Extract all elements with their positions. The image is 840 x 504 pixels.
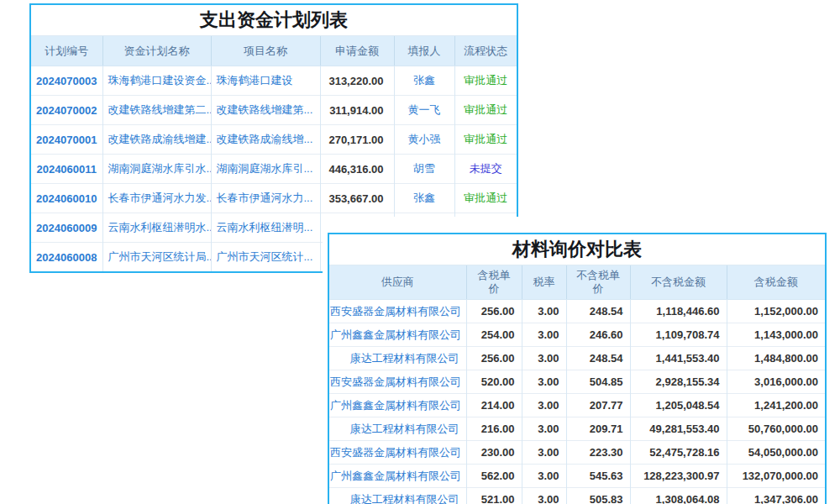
cell-amount-excl-tax: 52,475,728.16 [630,441,727,465]
cell-project-name[interactable]: 湖南洞庭湖水库引... [211,155,320,184]
cell-project-name[interactable]: 云南水利枢纽潜明... [211,213,320,243]
cell-price-incl-tax: 562.00 [466,465,522,488]
cell-supplier[interactable]: 西安盛器金属材料有限公司 [329,441,466,465]
cell-supplier[interactable]: 康达工程材料有限公司 [329,417,466,441]
table-row: 康达工程材料有限公司216.003.00209.7149,281,553.405… [329,417,825,441]
cell-plan-name[interactable]: 云南水利枢纽潜明水... [102,213,211,243]
cell-project-name[interactable]: 珠海鹤港口建设 [211,66,320,96]
cell-plan-no[interactable]: 2024060008 [31,243,102,272]
cell-price-excl-tax: 248.54 [566,300,630,323]
col-header-amount-incl-tax: 含税金额 [727,265,825,300]
cell-supplier[interactable]: 康达工程材料有限公司 [329,488,466,504]
table-row: 西安盛器金属材料有限公司230.003.00223.3052,475,728.1… [329,441,825,465]
cell-price-incl-tax: 520.00 [466,370,522,394]
cell-amount-incl-tax: 132,070,000.00 [727,465,825,488]
cell-amount: 446,316.00 [320,155,394,184]
table-row: 2024060010长春市伊通河水力发...长春市伊通河水力...353,667… [31,184,517,213]
cell-plan-name[interactable]: 改建铁路线增建第二... [102,96,211,125]
col-header-amount: 申请金额 [320,36,394,66]
cell-amount: 353,667.00 [320,184,394,213]
cell-price-excl-tax: 207.77 [566,394,630,417]
cell-supplier[interactable]: 西安盛器金属材料有限公司 [329,300,466,323]
col-header-reporter: 填报人 [394,36,454,66]
cell-price-excl-tax: 223.30 [566,441,630,465]
cell-price-excl-tax: 209.71 [566,417,630,441]
cell-reporter[interactable]: 张鑫 [394,66,454,96]
cell-tax-rate: 3.00 [522,441,566,465]
cell-plan-name[interactable]: 广州市天河区统计局... [102,243,211,272]
cell-price-excl-tax: 545.63 [566,465,630,488]
header-row: 计划编号 资金计划名称 项目名称 申请金额 填报人 流程状态 [31,36,517,66]
table-row: 广州鑫鑫金属材料有限公司562.003.00545.63128,223,300.… [329,465,825,488]
cell-status: 审批通过 [454,184,517,213]
material-quote-header: 供应商 含税单价 税率 不含税单价 不含税金额 含税金额 [329,265,825,300]
cell-status: 审批通过 [454,125,517,155]
cell-amount: 311,914.00 [320,96,394,125]
cell-project-name[interactable]: 广州市天河区统计... [211,243,320,272]
cell-price-excl-tax: 248.54 [566,347,630,370]
cell-plan-name[interactable]: 湖南洞庭湖水库引水... [102,155,211,184]
cell-plan-no[interactable]: 2024070002 [31,96,102,125]
cell-plan-name[interactable]: 长春市伊通河水力发... [102,184,211,213]
table-row: 广州鑫鑫金属材料有限公司214.003.00207.771,205,048.54… [329,394,825,417]
material-quote-panel: 材料询价对比表 供应商 含税单价 税率 不含税单价 不含税金额 含税金额 [323,217,832,504]
material-quote-table: 供应商 含税单价 税率 不含税单价 不含税金额 含税金额 西安盛器金属材料有限公… [329,265,825,504]
col-header-price-incl-tax: 含税单价 [466,265,522,300]
cell-amount-incl-tax: 1,152,000.00 [727,300,825,323]
cell-status: 审批通过 [454,66,517,96]
cell-amount-incl-tax: 1,241,200.00 [727,394,825,417]
cell-amount-incl-tax: 1,484,800.00 [727,347,825,370]
cell-amount: 313,220.00 [320,66,394,96]
cell-project-name[interactable]: 长春市伊通河水力... [211,184,320,213]
header-row: 供应商 含税单价 税率 不含税单价 不含税金额 含税金额 [329,265,825,300]
cell-amount-excl-tax: 1,441,553.40 [630,347,727,370]
expenditure-plan-title: 支出资金计划列表 [31,5,517,36]
page: 支出资金计划列表 计划编号 资金计划名称 项目名称 申请金额 填报人 流程状态 [0,0,840,504]
cell-reporter[interactable]: 黄一飞 [394,96,454,125]
cell-supplier[interactable]: 康达工程材料有限公司 [329,347,466,370]
cell-amount-excl-tax: 1,109,708.74 [630,323,727,347]
table-row: 西安盛器金属材料有限公司520.003.00504.852,928,155.34… [329,370,825,394]
cell-amount-excl-tax: 1,205,048.54 [630,394,727,417]
cell-supplier[interactable]: 广州鑫鑫金属材料有限公司 [329,323,466,347]
cell-amount-excl-tax: 1,308,064.08 [630,488,727,504]
cell-plan-no[interactable]: 2024070001 [31,125,102,155]
cell-tax-rate: 3.00 [522,417,566,441]
cell-reporter[interactable]: 黄小强 [394,125,454,155]
cell-tax-rate: 3.00 [522,323,566,347]
cell-price-incl-tax: 521.00 [466,488,522,504]
table-row: 2024070002改建铁路线增建第二...改建铁路线增建第...311,914… [31,96,517,125]
cell-price-incl-tax: 254.00 [466,323,522,347]
cell-tax-rate: 3.00 [522,347,566,370]
cell-tax-rate: 3.00 [522,488,566,504]
cell-project-name[interactable]: 改建铁路成渝线增... [211,125,320,155]
table-row: 2024070003珠海鹤港口建设资金...珠海鹤港口建设313,220.00张… [31,66,517,96]
cell-supplier[interactable]: 广州鑫鑫金属材料有限公司 [329,465,466,488]
table-row: 康达工程材料有限公司256.003.00248.541,441,553.401,… [329,347,825,370]
cell-amount-excl-tax: 1,118,446.60 [630,300,727,323]
col-header-project-name: 项目名称 [211,36,320,66]
material-quote-title: 材料询价对比表 [329,234,825,265]
cell-plan-name[interactable]: 珠海鹤港口建设资金... [102,66,211,96]
cell-tax-rate: 3.00 [522,465,566,488]
cell-plan-name[interactable]: 改建铁路成渝线增建... [102,125,211,155]
col-header-amount-excl-tax: 不含税金额 [630,265,727,300]
cell-status: 未提交 [454,155,517,184]
cell-plan-no[interactable]: 2024060009 [31,213,102,243]
cell-plan-no[interactable]: 2024060010 [31,184,102,213]
cell-amount-excl-tax: 2,928,155.34 [630,370,727,394]
cell-plan-no[interactable]: 2024060011 [31,155,102,184]
table-row: 西安盛器金属材料有限公司256.003.00248.541,118,446.60… [329,300,825,323]
cell-price-incl-tax: 256.00 [466,300,522,323]
cell-reporter[interactable]: 胡雪 [394,155,454,184]
col-header-tax-rate: 税率 [522,265,566,300]
cell-amount-incl-tax: 50,760,000.00 [727,417,825,441]
cell-project-name[interactable]: 改建铁路线增建第... [211,96,320,125]
table-row: 2024070001改建铁路成渝线增建...改建铁路成渝线增...270,171… [31,125,517,155]
cell-price-excl-tax: 246.60 [566,323,630,347]
cell-plan-no[interactable]: 2024070003 [31,66,102,96]
cell-supplier[interactable]: 广州鑫鑫金属材料有限公司 [329,394,466,417]
cell-supplier[interactable]: 西安盛器金属材料有限公司 [329,370,466,394]
cell-tax-rate: 3.00 [522,370,566,394]
cell-reporter[interactable]: 张鑫 [394,184,454,213]
